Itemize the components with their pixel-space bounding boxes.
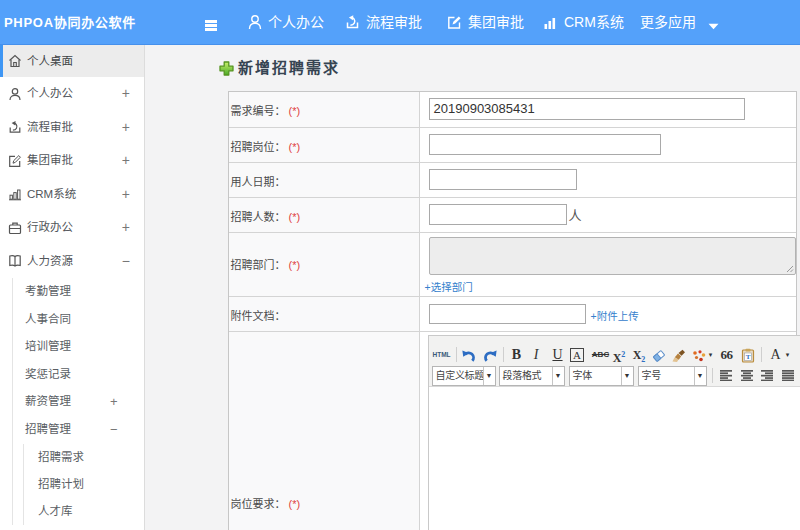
- svg-text:T: T: [745, 353, 750, 361]
